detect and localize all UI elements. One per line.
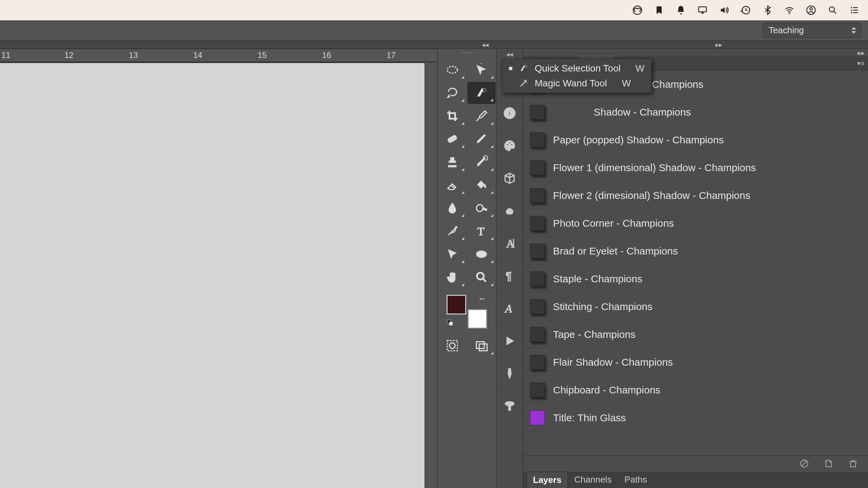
tools-panel: ◂◂ T ⤺ xyxy=(437,49,496,488)
svg-rect-27 xyxy=(479,344,487,351)
panel-menu-icon[interactable]: ▾≡ xyxy=(857,59,865,67)
new-style-icon[interactable] xyxy=(824,459,833,470)
color-picker[interactable]: ⤺ xyxy=(447,295,487,329)
spotlight-icon[interactable] xyxy=(827,5,838,16)
creative-cloud-icon[interactable] xyxy=(632,5,643,16)
info-panel-icon[interactable]: i xyxy=(496,97,523,129)
move-tool[interactable] xyxy=(468,59,495,81)
tab-paths[interactable]: Paths xyxy=(618,471,654,488)
clear-style-icon[interactable] xyxy=(800,459,809,470)
heal-tool[interactable] xyxy=(438,128,466,150)
style-item[interactable]: Stitching - Champions xyxy=(523,293,868,321)
marquee-tool[interactable] xyxy=(438,59,466,81)
flyout-item-wand[interactable]: Magic Wand ToolW xyxy=(502,76,651,91)
expand-arrow-icon[interactable]: ◂◂ xyxy=(506,50,513,58)
style-preview-swatch xyxy=(530,383,545,398)
style-label: Tape - Champions xyxy=(553,329,635,340)
svg-point-21 xyxy=(477,273,484,280)
character-panel-icon[interactable]: A xyxy=(496,227,523,260)
libraries-panel-icon[interactable] xyxy=(496,195,523,227)
style-label: Flower 2 (dimesional) Shadow - Champions xyxy=(553,190,750,201)
notifications-icon[interactable] xyxy=(675,5,686,16)
wand-icon xyxy=(518,78,529,88)
style-item[interactable]: Tape - Champions xyxy=(523,321,868,348)
default-colors-icon[interactable] xyxy=(447,319,453,327)
tab-channels[interactable]: Channels xyxy=(568,471,618,488)
style-item[interactable]: Flower 1 (dimensional) Shadow - Champion… xyxy=(523,154,868,182)
workspace: ▸▸ 11 12 13 14 15 16 17 ◂◂ T ⤺ xyxy=(0,49,868,488)
brushes-panel-icon[interactable] xyxy=(496,357,523,390)
style-preview-swatch xyxy=(530,327,545,342)
styles-list[interactable]: Paper (flat) Shadow - ChampionsShadow - … xyxy=(523,70,868,455)
path-select-tool[interactable] xyxy=(438,243,466,265)
crop-tool[interactable] xyxy=(438,105,466,127)
flyout-label: Magic Wand Tool xyxy=(535,78,607,89)
brush-tool[interactable] xyxy=(468,128,495,150)
svg-text:T: T xyxy=(477,225,484,238)
swap-colors-icon[interactable]: ⤺ xyxy=(479,295,485,303)
style-item[interactable]: Flair Shadow - Champions xyxy=(523,348,868,376)
svg-rect-26 xyxy=(476,342,484,348)
canvas[interactable] xyxy=(0,62,425,488)
user-icon[interactable] xyxy=(806,5,816,16)
brush-settings-panel-icon[interactable] xyxy=(496,390,523,422)
paragraph-panel-icon[interactable]: ¶ xyxy=(496,260,523,292)
menu-list-icon[interactable] xyxy=(849,5,860,16)
collapse-left-arrow-icon[interactable]: ◂◂ xyxy=(482,41,489,49)
style-item[interactable]: Chipboard - Champions xyxy=(523,376,868,404)
blur-tool[interactable] xyxy=(438,197,466,219)
panel-collapse-bar xyxy=(0,41,868,49)
dodge-tool[interactable] xyxy=(468,197,495,219)
volume-icon[interactable] xyxy=(719,5,730,16)
bluetooth-icon[interactable] xyxy=(762,5,773,16)
svg-point-8 xyxy=(851,9,852,11)
stamp-tool[interactable] xyxy=(438,151,466,173)
style-item[interactable]: Brad or Eyelet - Champions xyxy=(523,237,868,265)
screen-mode-tool[interactable] xyxy=(468,335,495,357)
svg-point-20 xyxy=(476,251,487,258)
tab-layers[interactable]: Layers xyxy=(527,472,568,488)
ellipse-shape-tool[interactable] xyxy=(468,243,495,265)
workspace-selector[interactable]: Teaching xyxy=(763,23,861,38)
collapse-right-arrow-icon[interactable]: ▸▸ xyxy=(715,41,722,49)
svg-point-7 xyxy=(851,7,852,8)
style-item[interactable]: Shadow - Champions xyxy=(523,98,868,126)
style-label: Title: Thin Glass xyxy=(553,412,626,424)
zoom-tool[interactable] xyxy=(468,266,495,288)
delete-style-icon[interactable] xyxy=(848,459,858,470)
pen-tool[interactable] xyxy=(438,220,466,242)
airplay-icon[interactable] xyxy=(697,5,708,16)
eraser-tool[interactable] xyxy=(438,174,466,196)
bookmark-icon[interactable] xyxy=(654,5,665,16)
style-label: Flower 1 (dimensional) Shadow - Champion… xyxy=(553,162,756,174)
flyout-item-quick-select[interactable]: Quick Selection ToolW xyxy=(502,61,651,76)
lasso-tool[interactable] xyxy=(438,82,466,104)
glyphs-panel-icon[interactable]: A xyxy=(496,292,523,325)
style-item[interactable]: Title: Thin Glass xyxy=(523,404,868,432)
3d-panel-icon[interactable] xyxy=(496,162,523,195)
style-label: Paper (popped) Shadow - Champions xyxy=(553,134,724,146)
svg-point-34 xyxy=(509,142,511,144)
foreground-color-swatch[interactable] xyxy=(447,295,466,314)
paint-bucket-tool[interactable] xyxy=(468,174,495,196)
style-item[interactable]: Photo Corner - Champions xyxy=(523,209,868,237)
svg-point-13 xyxy=(450,140,451,141)
eyedropper-tool[interactable] xyxy=(468,105,495,127)
svg-rect-1 xyxy=(699,7,707,12)
actions-panel-icon[interactable] xyxy=(496,325,523,357)
history-brush-tool[interactable] xyxy=(468,151,495,173)
hand-tool[interactable] xyxy=(438,266,466,288)
style-item[interactable]: Staple - Champions xyxy=(523,265,868,293)
quick-mask-tool[interactable] xyxy=(438,335,466,357)
color-panel-icon[interactable] xyxy=(496,129,523,162)
type-tool[interactable]: T xyxy=(468,220,495,242)
style-item[interactable]: Flower 2 (dimesional) Shadow - Champions xyxy=(523,182,868,209)
background-color-swatch[interactable] xyxy=(468,309,487,329)
timemachine-icon[interactable] xyxy=(741,5,751,16)
panel-grip-icon[interactable] xyxy=(457,52,477,56)
wifi-icon[interactable] xyxy=(784,5,795,16)
style-item[interactable]: Paper (popped) Shadow - Champions xyxy=(523,126,868,154)
flyout-shortcut: W xyxy=(622,78,631,89)
style-label: Stitching - Champions xyxy=(553,301,652,312)
quick-select-tool[interactable] xyxy=(468,82,495,104)
